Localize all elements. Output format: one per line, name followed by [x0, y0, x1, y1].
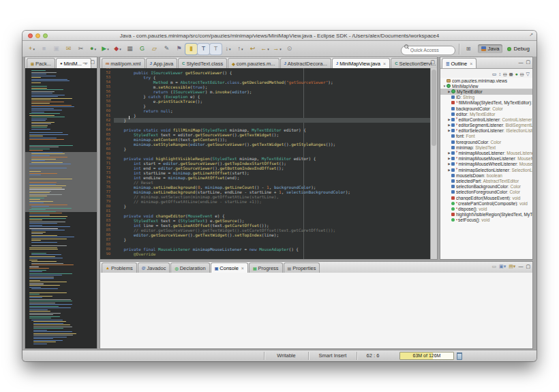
hide-fields-button[interactable]: ◻: [503, 72, 507, 76]
open-console-button[interactable]: ▤▾: [509, 264, 515, 269]
outline-item-editor[interactable]: editor : MyTextEditor: [440, 111, 532, 117]
code-line[interactable]: [114, 209, 430, 213]
next-annotation-button[interactable]: ↓▾: [222, 44, 234, 55]
console-tab-progress[interactable]: ▤Progress: [249, 262, 283, 273]
maximize-icon[interactable]: ▢: [430, 59, 435, 65]
console-tab-problems[interactable]: ▲Problems: [102, 262, 137, 273]
code-line[interactable]: // minimap.setSelection(minimap.getOffse…: [114, 194, 430, 199]
dropdown-arrow-icon[interactable]: ▾: [229, 47, 231, 51]
outline-item-mouseisdown[interactable]: mouseIsDown : boolean: [440, 172, 532, 178]
maximize-icon[interactable]: ▢: [90, 59, 95, 65]
console-tab-properties[interactable]: ▤Properties: [284, 262, 320, 273]
code-line[interactable]: StyledText text = editor.getSourceViewer…: [114, 132, 430, 137]
code-line[interactable]: [114, 242, 430, 247]
open-type-button[interactable]: ▱: [149, 44, 160, 55]
outline-item-minimapselectionlistener[interactable]: ▶FminimapSelectionListener : SelectionLi…: [440, 167, 532, 172]
outline-item-editorsegmentlistener[interactable]: ▶FeditorSegmentListener : BidiSegmentLis…: [440, 123, 532, 128]
editor-tab-abstractdecora-[interactable]: JAbstractDecora...: [280, 58, 331, 68]
focus-outline-button[interactable]: ▭: [492, 72, 497, 76]
console-tab-console[interactable]: ▣Console×: [211, 262, 248, 273]
outline-item-minimapview[interactable]: ▼MiniMapView: [440, 83, 532, 89]
code-line[interactable]: [114, 151, 430, 156]
minimize-panel-button[interactable]: —: [518, 264, 523, 269]
outline-item-minimapmousewheellistener[interactable]: ▶FminimapMouseWheelListener : MouseWheel…: [440, 162, 532, 167]
dropdown-arrow-icon[interactable]: ▾: [94, 47, 96, 51]
close-icon[interactable]: ×: [241, 266, 244, 271]
code-area[interactable]: public ISourceViewer getSourceViewer() {…: [112, 68, 430, 259]
dropdown-arrow-icon[interactable]: ▾: [107, 47, 109, 51]
outline-item-editorselectionlistener[interactable]: ▶FeditorSelectionListener : ISelectionLi…: [440, 128, 532, 134]
code-line[interactable]: private void highlightVisibleRegion(Styl…: [114, 156, 430, 161]
zoom-window-button[interactable]: [43, 33, 48, 38]
dropdown-arrow-icon[interactable]: ▾: [280, 47, 282, 51]
code-line[interactable]: m.setAccessible(true);: [114, 85, 430, 89]
code-line[interactable]: StyledText text = (StyledText) e.getSour…: [114, 218, 430, 223]
code-line[interactable]: minimap.setContent(text.getContent());: [114, 137, 430, 142]
perspective-debug-button[interactable]: Debug: [504, 44, 533, 53]
perspective-java-button[interactable]: Java: [478, 44, 503, 53]
code-line[interactable]: int start = editor.getSourceViewer().get…: [114, 161, 430, 166]
run-button[interactable]: ▶▾: [100, 44, 111, 55]
outline-item-changeeditor-mouseevent-[interactable]: changeEditor(MouseEvent) : void: [440, 195, 532, 200]
outline-item-minimap[interactable]: minimap : StyledText: [440, 145, 532, 150]
cut-button[interactable]: ✂: [75, 44, 87, 55]
show-selected-element-button[interactable]: T: [210, 44, 222, 55]
code-line[interactable]: }: [114, 237, 430, 242]
back-history-button[interactable]: ←▾: [259, 44, 271, 55]
code-line[interactable]: }: [114, 113, 430, 118]
code-line[interactable]: private final MouseListener minimapMouse…: [114, 247, 430, 252]
minimize-icon[interactable]: —: [423, 60, 427, 65]
code-line[interactable]: }: [114, 104, 430, 108]
new-wizard-button[interactable]: +▾: [26, 44, 37, 55]
minimap-toggle-button[interactable]: ▮: [185, 44, 197, 55]
last-edit-location-button[interactable]: ↩: [247, 44, 258, 55]
tab-outline[interactable]: ☰ Outline ×: [442, 58, 477, 68]
outline-item-backgroundcolor[interactable]: backgroundColor : Color: [440, 106, 532, 111]
save-button[interactable]: ■: [38, 44, 50, 55]
editor-tab-com-pauzies-m-[interactable]: ◆com.pauzies.m...: [228, 58, 279, 68]
code-line[interactable]: return null;: [114, 108, 430, 113]
outline-item-font[interactable]: font : Font: [440, 134, 532, 139]
code-line[interactable]: try {: [114, 75, 430, 80]
outline-item-fillminimap-styledtext-mytexte[interactable]: SfillMiniMap(StyledText, MyTextEditor) :…: [440, 100, 532, 106]
junit-button[interactable]: ▦: [124, 44, 136, 55]
code-viewport[interactable]: 5152535455565758596061626364656667686970…: [100, 68, 430, 259]
forward-history-button[interactable]: →▾: [271, 44, 283, 55]
close-window-button[interactable]: [28, 33, 33, 38]
mark-occurrences-button[interactable]: T: [198, 44, 209, 55]
outline-item-mytexteditor[interactable]: ▶MyTextEditor: [440, 89, 532, 94]
dropdown-arrow-icon[interactable]: ▾: [119, 47, 121, 51]
outline-item-selectedpart[interactable]: selectedPart : AbstractTextEditor: [440, 178, 532, 183]
previous-annotation-button[interactable]: ↑▾: [235, 44, 246, 55]
maximize-icon[interactable]: ▢: [526, 59, 530, 65]
coverage-button[interactable]: G: [136, 44, 148, 55]
hide-non-public-members-button[interactable]: ●: [515, 72, 518, 76]
outline-item-highlightvisibleregion-styledt[interactable]: highlightVisibleRegion(StyledText, MyTex…: [440, 212, 532, 217]
hide-local-types-button[interactable]: ◻: [520, 72, 524, 76]
outline-item-minimapmouselistener[interactable]: ▶FminimapMouseListener : MouseListener: [440, 150, 532, 155]
code-line[interactable]: int line = text.getLineAtOffset(text.get…: [114, 223, 430, 228]
pin-editor-button[interactable]: ⊙: [284, 44, 295, 55]
editor-tab-minimapview-java[interactable]: JMiniMapView.java×: [332, 58, 390, 68]
editor-scrollbar[interactable]: [430, 68, 437, 259]
console-output-area[interactable]: [100, 273, 532, 348]
dropdown-arrow-icon[interactable]: ▾: [241, 47, 243, 51]
code-line[interactable]: int end = editor.getSourceViewer().getBo…: [114, 166, 430, 170]
outline-item-editorcontrollistener[interactable]: ▶FeditorControlListener : ControlListene…: [440, 117, 532, 122]
code-line[interactable]: minimap.setStyleRanges(editor.getSourceV…: [114, 142, 430, 147]
code-line[interactable]: // Reset: [114, 180, 430, 185]
display-selected-console-button[interactable]: ▣▾: [499, 264, 506, 269]
open-perspective-button[interactable]: ⊞: [463, 44, 474, 53]
editor-tab-mail-pom-xml[interactable]: mmail/pom.xml: [102, 58, 145, 68]
outline-item-createpartcontrol-composite-[interactable]: ▴createPartControl(Composite) : void: [440, 200, 532, 206]
code-line[interactable]: e.printStackTrace();: [114, 99, 430, 104]
code-line[interactable]: // editor.getSourceViewer().getTextWidge…: [114, 228, 430, 232]
editor-scrollbar-thumb[interactable]: [432, 70, 436, 146]
debug-button[interactable]: ●▾: [87, 44, 99, 55]
code-line[interactable]: public ISourceViewer getSourceViewer() {: [114, 70, 430, 75]
minimap-content[interactable]: [25, 68, 97, 348]
console-tab-declaration[interactable]: ◎Declaration: [170, 262, 209, 273]
code-line[interactable]: private void changeEditor(MouseEvent e) …: [114, 213, 430, 218]
code-line[interactable]: }: [114, 204, 430, 209]
outline-item-dispose-[interactable]: ▴dispose() : void: [440, 206, 532, 211]
